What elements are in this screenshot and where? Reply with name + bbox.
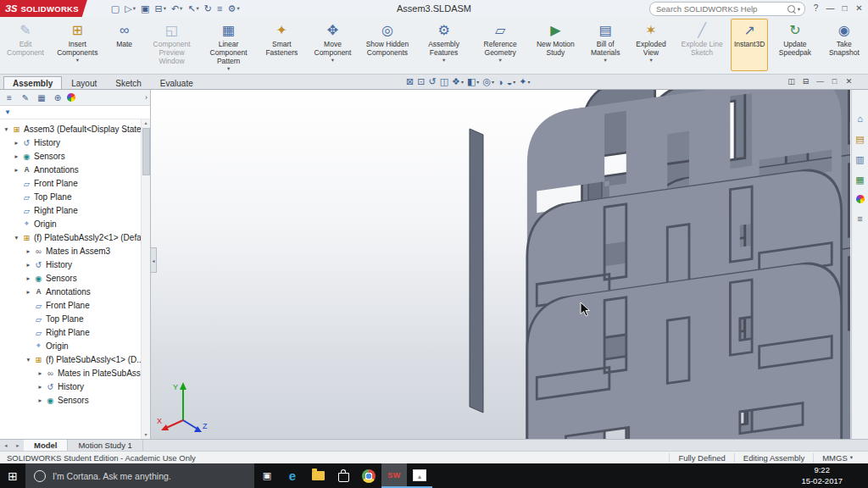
options-button[interactable]: ⚙▾ [226, 2, 242, 16]
minimize-button[interactable]: — [823, 0, 837, 17]
apply-scene-button[interactable]: ◒▾ [506, 75, 517, 88]
tree-item-right-plane[interactable]: ▱Right Plane [0, 203, 150, 217]
view-palette-icon[interactable]: ▦ [855, 175, 864, 185]
mate-button[interactable]: ∞Mate [106, 19, 143, 71]
expand-caret-icon[interactable]: ▸ [24, 261, 33, 269]
graphics-area[interactable]: ◂ Y X Z [151, 90, 851, 439]
tree-item-annotations[interactable]: ▸AAnnotations [0, 285, 150, 298]
help-search-box[interactable]: ▾ [649, 2, 805, 16]
expand-caret-icon[interactable]: ▾ [12, 234, 21, 241]
search-icon[interactable] [787, 5, 795, 13]
tree-item-mates-in-assem3[interactable]: ▸∞Mates in Assem3 [0, 244, 150, 258]
tree-item-sensors[interactable]: ▸◉Sensors [0, 271, 150, 285]
expand-caret-icon[interactable]: ▾ [24, 356, 33, 363]
expand-caret-icon[interactable]: ▸ [12, 139, 21, 147]
tree-item-history[interactable]: ▸↺History [0, 380, 150, 393]
doc-minimize-button[interactable]: — [815, 75, 826, 88]
tab-scroll-right-button[interactable]: ▸ [12, 440, 24, 451]
show-hidden-components-button[interactable]: ◎Show Hidden Components [359, 19, 415, 71]
tree-item-top-plane[interactable]: ▱Top Plane [0, 312, 150, 325]
file-explorer-icon[interactable]: ▥ [855, 154, 864, 164]
take-snapshot-button[interactable]: ◉Take Snapshot [822, 19, 866, 71]
rebuild-button[interactable]: ↻ [203, 2, 214, 16]
expand-caret-icon[interactable]: ▾ [2, 125, 11, 133]
taskbar-clock[interactable]: 9:22 15-02-2017 [801, 463, 868, 488]
expand-caret-icon[interactable]: ▸ [24, 247, 33, 255]
explode-line-sketch-button[interactable]: ╱Explode Line Sketch [674, 19, 730, 71]
tree-scrollbar[interactable]: ▴ ▾ [141, 119, 150, 439]
edit-component-button[interactable]: ✎Edit Component [2, 19, 49, 71]
tree-item-sensors[interactable]: ▸◉Sensors [0, 149, 150, 163]
chevron-down-icon[interactable]: ▾ [76, 57, 79, 64]
bill-of-materials-button[interactable]: ▤Bill of Materials▾ [583, 19, 628, 71]
file-explorer-button[interactable] [305, 463, 331, 488]
featuremanager-tab[interactable]: ≡ [3, 93, 16, 103]
expand-caret-icon[interactable]: ▸ [36, 396, 45, 404]
edge-button[interactable]: e [280, 463, 305, 488]
filter-icon[interactable]: ▼ [4, 108, 11, 116]
zoom-to-area-button[interactable]: ⊡ [416, 75, 426, 88]
solidworks-taskbar-button[interactable]: SW [381, 463, 407, 488]
hide-show-items-button[interactable]: ◎▾ [481, 75, 495, 88]
undo-button[interactable]: ↶▾ [170, 2, 184, 16]
expand-caret-icon[interactable]: ▸ [36, 383, 45, 391]
close-button[interactable]: ✕ [852, 0, 866, 17]
tree-item-origin[interactable]: ⌖Origin [0, 217, 150, 230]
tab-scroll-left-button[interactable]: ◂ [0, 440, 12, 451]
units-selector[interactable]: MMGS▾ [813, 453, 861, 463]
view-settings-button[interactable]: ✦▾ [518, 75, 531, 88]
chrome-button[interactable] [356, 463, 381, 488]
panel-collapse-handle[interactable]: ◂ [151, 247, 157, 273]
scroll-down-icon[interactable]: ▾ [144, 431, 147, 439]
linear-component-pattern-button[interactable]: ▦Linear Component Pattern▾ [201, 19, 257, 71]
new-button[interactable]: ▢ [109, 2, 121, 16]
file-properties-button[interactable]: ≡ [215, 2, 224, 16]
tree-item-front-plane[interactable]: ▱Front Plane [0, 298, 150, 312]
store-button[interactable] [331, 463, 356, 488]
tree-item-assem3[interactable]: ▾⊞Assem3 (Default<Display State-1 [0, 122, 150, 136]
chevron-down-icon[interactable]: ▾ [798, 6, 800, 13]
open-button[interactable]: ▷▾ [123, 2, 137, 16]
select-button[interactable]: ↖▾ [186, 2, 200, 16]
exploded-view-button[interactable]: ✶Exploded View▾ [629, 19, 673, 71]
expand-caret-icon[interactable]: ▸ [36, 369, 45, 377]
section-view-button[interactable]: ◫ [439, 75, 449, 88]
tree-item-mates-in-platesubassly2[interactable]: ▸∞Mates in PlateSubAssly2 [0, 366, 150, 380]
displaymanager-tab[interactable] [67, 93, 75, 102]
split-pane-icon[interactable]: ◫ [786, 75, 797, 88]
propertymanager-tab[interactable]: ✎ [19, 93, 32, 103]
home-icon[interactable]: ⌂ [857, 114, 863, 124]
new-motion-study-button[interactable]: ▶New Motion Study [529, 19, 581, 71]
scrollbar-thumb[interactable] [142, 128, 150, 175]
display-style-button[interactable]: ◧▾ [466, 75, 480, 88]
zoom-to-fit-button[interactable]: ⊠ [405, 75, 415, 88]
save-button[interactable]: ▣ [139, 2, 151, 16]
instant3d-button[interactable]: ↗Instant3D [731, 19, 768, 71]
expand-caret-icon[interactable]: ▸ [24, 274, 33, 282]
tab-motion-study-1[interactable]: Motion Study 1 [68, 440, 142, 451]
doc-restore-button[interactable]: □ [829, 75, 840, 88]
design-library-icon[interactable]: ▤ [855, 134, 864, 144]
doc-close-button[interactable]: ✕ [843, 75, 854, 88]
photos-taskbar-button[interactable]: ▲ [407, 463, 432, 488]
smart-fasteners-button[interactable]: ✦Smart Fasteners [258, 19, 306, 71]
print-button[interactable]: ⊟▾ [153, 2, 167, 16]
tree-item-right-plane[interactable]: ▱Right Plane [0, 325, 150, 339]
assembly-3d-model[interactable] [470, 90, 850, 439]
component-preview-window-button[interactable]: ◱Component Preview Window [144, 19, 200, 71]
chevron-down-icon[interactable]: ▾ [604, 57, 607, 64]
task-view-button[interactable]: ▣ [254, 463, 280, 488]
tree-item-origin[interactable]: ⌖Origin [0, 339, 150, 352]
tree-item-platesubassly2[interactable]: ▾⊞(f) PlateSubAssly2<1> (Defa... [0, 230, 150, 244]
tree-item-front-plane[interactable]: ▱Front Plane [0, 176, 150, 190]
custom-properties-icon[interactable]: ≡ [857, 214, 862, 224]
tree-item-top-plane[interactable]: ▱Top Plane [0, 190, 150, 203]
help-button[interactable]: ? [809, 0, 823, 17]
split-pane-icon[interactable]: ⊟ [800, 75, 811, 88]
tree-item-history[interactable]: ▸↺History [0, 258, 150, 271]
view-orientation-button[interactable]: ❖▾ [451, 75, 465, 88]
tab-model[interactable]: Model [24, 440, 68, 451]
tab-assembly[interactable]: Assembly [3, 76, 62, 89]
tab-layout[interactable]: Layout [62, 76, 106, 89]
search-input[interactable] [654, 3, 786, 14]
